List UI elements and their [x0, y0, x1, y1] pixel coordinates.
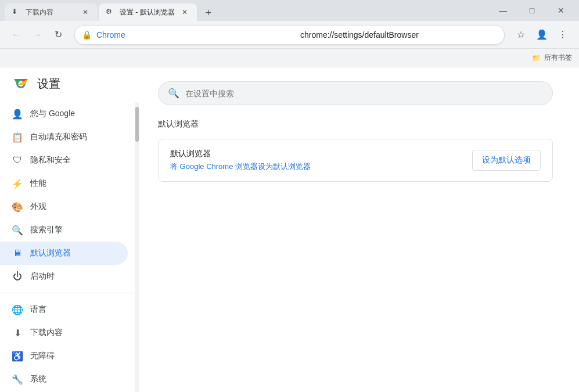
sidebar-item-downloads[interactable]: ⬇下载内容 [0, 321, 128, 344]
sidebar-label-google: 您与 Google [30, 109, 75, 119]
sidebar-label-downloads: 下载内容 [30, 328, 63, 338]
address-bar-chrome-label: Chrome [96, 30, 293, 39]
sidebar-icon-search: 🔍 [12, 224, 23, 236]
sidebar-label-accessibility: 无障碍 [30, 351, 55, 361]
sidebar-label-privacy: 隐私和安全 [30, 155, 71, 166]
sidebar-item-google[interactable]: 👤您与 Google [0, 102, 128, 125]
sidebar-item-system[interactable]: 🔧系统 [0, 368, 128, 391]
tab-favicon-settings: ⚙ [106, 8, 115, 17]
sidebar-label-appearance: 外观 [30, 202, 46, 212]
titlebar: ⬇ 下载内容 ✕ ⚙ 设置 - 默认浏览器 ✕ + — □ ✕ [0, 0, 579, 21]
tab-close-settings[interactable]: ✕ [179, 7, 190, 17]
bookmarks-bar-folder-icon: 📁 [532, 54, 541, 62]
sidebar-item-accessibility[interactable]: ♿无障碍 [0, 344, 128, 368]
sidebar-scroll: 👤您与 Google📋自动填充和密码🛡隐私和安全⚡性能🎨外观🔍搜索引擎🖥默认浏览… [0, 102, 135, 392]
sidebar-icon-appearance: 🎨 [12, 201, 23, 213]
sidebar-divider [0, 293, 135, 293]
sidebar-icon-default: 🖥 [12, 247, 23, 259]
sidebar-item-language[interactable]: 🌐语言 [0, 298, 128, 321]
address-bar-url: chrome://settings/defaultBrowser [300, 30, 497, 39]
sidebar-icon-accessibility: ♿ [12, 350, 23, 362]
sidebar-item-default[interactable]: 🖥默认浏览器 [0, 242, 128, 265]
sidebar-scrollbar[interactable] [135, 102, 139, 392]
sidebar-icon-downloads: ⬇ [12, 327, 23, 339]
settings-header: 设置 [0, 67, 139, 102]
back-button[interactable]: ← [7, 26, 26, 44]
tab-settings[interactable]: ⚙ 设置 - 默认浏览器 ✕ [99, 3, 197, 21]
bookmarks-bar: 📁 所有书签 [0, 49, 579, 67]
tab-title-settings: 设置 - 默认浏览器 [120, 8, 175, 17]
tab-downloads[interactable]: ⬇ 下载内容 ✕ [5, 3, 98, 21]
address-bar[interactable]: 🔒 Chrome chrome://settings/defaultBrowse… [74, 25, 505, 45]
search-input[interactable] [185, 89, 543, 98]
sidebar-icon-language: 🌐 [12, 304, 23, 315]
sidebar-label-search: 搜索引擎 [30, 225, 63, 235]
sidebar-item-performance[interactable]: ⚡性能 [0, 172, 128, 195]
bookmark-button[interactable]: ☆ [512, 26, 530, 44]
sidebar-icon-autofill: 📋 [12, 131, 23, 143]
forward-button[interactable]: → [28, 26, 46, 44]
sidebar-item-search[interactable]: 🔍搜索引擎 [0, 218, 128, 242]
card-title: 默认浏览器 [170, 149, 311, 159]
chrome-logo-icon [12, 74, 30, 93]
search-icon: 🔍 [168, 88, 179, 99]
sidebar-item-autofill[interactable]: 📋自动填充和密码 [0, 125, 128, 149]
sidebar-items-container: 👤您与 Google📋自动填充和密码🛡隐私和安全⚡性能🎨外观🔍搜索引擎🖥默认浏览… [0, 102, 135, 391]
tab-close-downloads[interactable]: ✕ [80, 7, 91, 17]
minimize-button[interactable]: — [490, 1, 516, 20]
bookmarks-bar-label[interactable]: 所有书签 [544, 53, 572, 63]
nav-right-icons: ☆ 👤 ⋮ [512, 26, 572, 44]
sidebar-item-startup[interactable]: ⏻启动时 [0, 265, 128, 288]
card-content: 默认浏览器 将 Google Chrome 浏览器设为默认浏览器 [170, 149, 311, 172]
profile-button[interactable]: 👤 [533, 26, 551, 44]
sidebar-label-system: 系统 [30, 374, 46, 384]
card-subtitle: 将 Google Chrome 浏览器设为默认浏览器 [170, 161, 311, 172]
default-browser-card: 默认浏览器 将 Google Chrome 浏览器设为默认浏览器 设为默认选项 [158, 139, 553, 182]
address-bar-icon: 🔒 [82, 30, 92, 39]
maximize-button[interactable]: □ [519, 1, 545, 20]
new-tab-button[interactable]: + [200, 5, 217, 21]
sidebar-icon-performance: ⚡ [12, 178, 23, 189]
sidebar-icon-system: 🔧 [12, 373, 23, 385]
tab-favicon-downloads: ⬇ [12, 8, 21, 17]
settings-page-title: 设置 [37, 76, 60, 92]
refresh-button[interactable]: ↻ [49, 26, 67, 44]
search-box[interactable]: 🔍 [158, 81, 553, 105]
close-button[interactable]: ✕ [548, 1, 574, 20]
content-area: 🔍 默认浏览器 默认浏览器 将 Google Chrome 浏览器设为默认浏览器… [139, 67, 579, 392]
sidebar-wrapper: 设置 👤您与 Google📋自动填充和密码🛡隐私和安全⚡性能🎨外观🔍搜索引擎🖥默… [0, 67, 139, 392]
sidebar-icon-google: 👤 [12, 108, 23, 120]
menu-button[interactable]: ⋮ [553, 26, 572, 44]
window-controls: — □ ✕ [490, 1, 574, 20]
tab-bar: ⬇ 下载内容 ✕ ⚙ 设置 - 默认浏览器 ✕ + [5, 0, 483, 21]
sidebar-icon-privacy: 🛡 [12, 154, 23, 166]
sidebar-label-language: 语言 [30, 304, 46, 315]
main-content: 设置 👤您与 Google📋自动填充和密码🛡隐私和安全⚡性能🎨外观🔍搜索引擎🖥默… [0, 67, 579, 392]
sidebar-label-autofill: 自动填充和密码 [30, 132, 87, 142]
sidebar-icon-startup: ⏻ [12, 271, 23, 282]
sidebar-label-default: 默认浏览器 [30, 248, 71, 258]
sidebar-scrollbar-thumb[interactable] [135, 107, 139, 142]
sidebar-label-performance: 性能 [30, 178, 46, 189]
set-default-button[interactable]: 设为默认选项 [472, 150, 541, 171]
sidebar-item-appearance[interactable]: 🎨外观 [0, 195, 128, 218]
sidebar-item-privacy[interactable]: 🛡隐私和安全 [0, 149, 128, 172]
tab-title-downloads: 下载内容 [26, 8, 75, 17]
sidebar-label-startup: 启动时 [30, 271, 55, 282]
navbar: ← → ↻ 🔒 Chrome chrome://settings/default… [0, 21, 579, 49]
section-title: 默认浏览器 [158, 119, 560, 130]
